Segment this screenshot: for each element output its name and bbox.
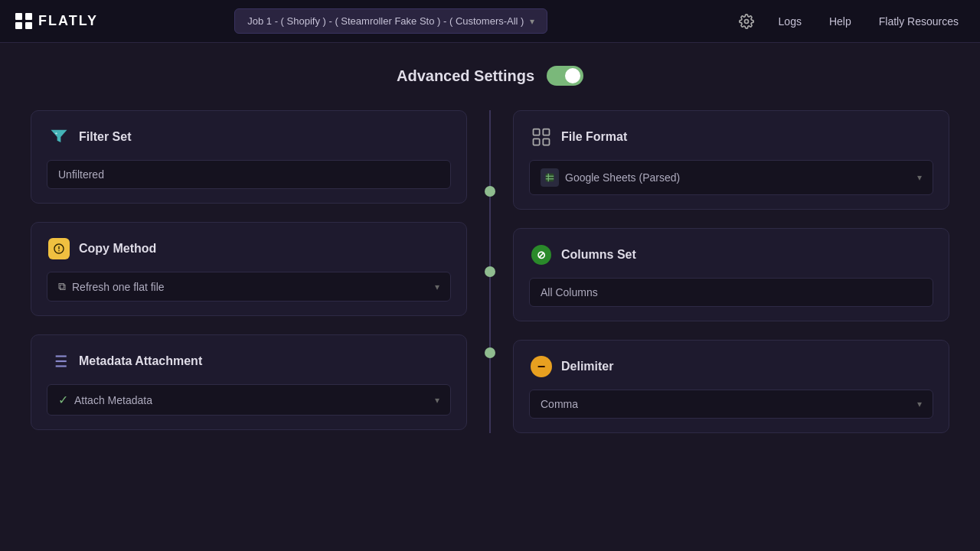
columns-set-icon: ⊘	[529, 243, 554, 267]
file-format-card: File Format Google Sheets (Parsed)	[513, 110, 949, 210]
metadata-attachment-header: Metadata Attachment	[47, 349, 451, 373]
file-format-header: File Format	[529, 125, 933, 149]
metadata-icon	[49, 351, 69, 371]
gear-icon	[739, 14, 754, 29]
main-content: Advanced Settings Filter Set Unfil	[0, 43, 980, 456]
svg-rect-1	[55, 132, 57, 134]
pipeline-right: File Format Google Sheets (Parsed)	[513, 110, 949, 433]
delimiter-icon-wrap: −	[529, 354, 554, 379]
delimiter-card: − Delimiter Comma ▾	[513, 340, 949, 433]
metadata-attachment-value[interactable]: ✓ Attach Metadata ▾	[47, 384, 451, 416]
pipeline-dot-1	[485, 186, 495, 197]
metadata-attachment-card: Metadata Attachment ✓ Attach Metadata ▾	[31, 334, 467, 430]
filter-set-header: Filter Set	[47, 125, 451, 149]
delimiter-title: Delimiter	[561, 360, 613, 373]
advanced-settings-toggle[interactable]	[547, 66, 583, 86]
copy-method-header: Copy Method	[47, 236, 451, 261]
chevron-down-icon: ▾	[530, 16, 534, 27]
delimiter-value[interactable]: Comma ▾	[529, 390, 933, 419]
job-selector-text: Job 1 - ( Shopify ) - ( Steamroller Fake…	[247, 15, 524, 27]
metadata-chevron-icon: ▾	[435, 395, 439, 406]
file-format-value[interactable]: Google Sheets (Parsed) ▾	[529, 160, 933, 195]
pipeline-container: Filter Set Unfiltered Copy	[31, 110, 949, 433]
nav-actions: Logs Help Flatly Resources	[736, 11, 965, 32]
advanced-settings-title: Advanced Settings	[397, 67, 534, 85]
svg-rect-9	[543, 129, 549, 135]
pipeline-center	[467, 110, 513, 433]
svg-rect-12	[546, 174, 554, 182]
job-selector: Job 1 - ( Shopify ) - ( Steamroller Fake…	[162, 8, 621, 34]
svg-rect-10	[534, 139, 540, 145]
job-dropdown[interactable]: Job 1 - ( Shopify ) - ( Steamroller Fake…	[234, 8, 547, 34]
file-format-icon	[529, 125, 554, 149]
delimiter-header: − Delimiter	[529, 354, 933, 379]
svg-text:⊘: ⊘	[537, 249, 546, 261]
pipeline-dot-2	[485, 266, 495, 277]
copy-method-card: Copy Method ⧉ Refresh one flat file ▾	[31, 222, 467, 316]
sheets-icon	[541, 168, 559, 187]
logo: FLATLY	[15, 13, 98, 30]
columns-set-value: All Columns	[529, 278, 933, 307]
file-format-title: File Format	[561, 130, 627, 144]
filter-set-value: Unfiltered	[47, 160, 451, 189]
help-button[interactable]: Help	[823, 12, 858, 31]
filter-set-title: Filter Set	[79, 130, 131, 144]
pipeline-dot-3	[485, 347, 495, 358]
columns-set-header: ⊘ Columns Set	[529, 243, 933, 267]
file-icon	[531, 126, 552, 148]
metadata-attachment-title: Metadata Attachment	[79, 354, 202, 368]
logo-text: FLATLY	[38, 13, 98, 29]
columns-set-card: ⊘ Columns Set All Columns	[513, 228, 949, 321]
copy-method-value[interactable]: ⧉ Refresh one flat file ▾	[47, 272, 451, 302]
delimiter-chevron-icon: ▾	[917, 399, 922, 409]
settings-header: Advanced Settings	[31, 66, 949, 86]
svg-point-0	[744, 19, 748, 23]
delimiter-icon: −	[531, 356, 552, 377]
logo-icon	[15, 13, 32, 30]
pipeline-left: Filter Set Unfiltered Copy	[31, 110, 467, 433]
copy-icon	[48, 238, 70, 259]
check-icon: ✓	[58, 393, 68, 407]
logs-button[interactable]: Logs	[773, 12, 808, 31]
filter-set-card: Filter Set Unfiltered	[31, 110, 467, 204]
copy-method-chevron-icon: ▾	[435, 282, 439, 292]
columns-icon: ⊘	[530, 243, 553, 266]
copy-method-title: Copy Method	[79, 242, 156, 256]
navbar: FLATLY Job 1 - ( Shopify ) - ( Steamroll…	[0, 0, 980, 43]
filter-set-icon	[47, 125, 71, 149]
filter-icon	[48, 126, 70, 148]
flatly-resources-button[interactable]: Flatly Resources	[873, 12, 965, 31]
svg-rect-8	[534, 129, 540, 135]
svg-rect-11	[543, 139, 549, 145]
copy-method-icon	[47, 236, 71, 261]
settings-icon-button[interactable]	[736, 11, 757, 32]
metadata-attachment-icon	[47, 349, 71, 373]
file-format-chevron-icon: ▾	[917, 172, 922, 183]
columns-set-title: Columns Set	[561, 248, 636, 262]
copy-small-icon: ⧉	[58, 280, 66, 293]
